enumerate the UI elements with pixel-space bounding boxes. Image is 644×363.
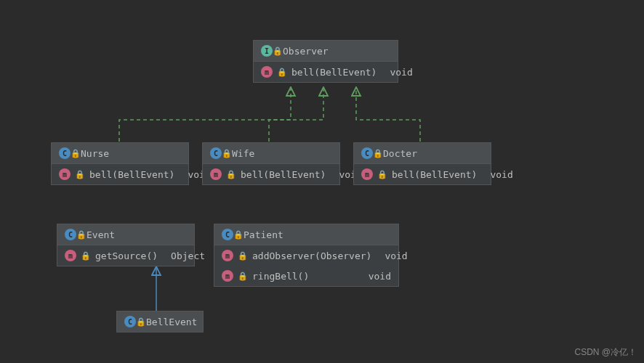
method-name: addObserver(Observer) [252,250,371,261]
method-icon: m [210,168,222,180]
lock-icon: 🔒 [226,170,236,179]
class-name: BellEvent [146,317,197,327]
class-icon: C [59,147,71,159]
method-icon: m [222,250,233,261]
lock-icon: 🔒 [81,251,91,261]
method-name: bell(BellEvent) [241,169,326,180]
interface-icon: I [261,45,273,57]
class-docter: C 🔒 Docter m 🔒 bell(BellEvent) void [353,142,491,185]
lock-icon: 🔒 [75,170,85,179]
class-wife: C 🔒 Wife m 🔒 bell(BellEvent) void [202,142,340,185]
lock-icon: 🔒 [233,230,243,240]
class-icon: C [65,229,76,240]
class-patient: C 🔒 Patient m 🔒 addObserver(Observer) vo… [214,224,399,287]
method-name: ringBell() [252,271,309,282]
method-icon: m [261,66,273,78]
class-icon: C [361,147,373,159]
class-name: Nurse [81,148,109,159]
lock-icon: 🔒 [273,46,283,56]
lock-icon: 🔒 [277,68,287,77]
class-name: Wife [232,148,254,159]
return-type: void [381,67,412,78]
method-name: bell(BellEvent) [392,169,477,180]
method-icon: m [361,168,373,180]
lock-icon: 🔒 [76,230,86,240]
class-bellevent: C 🔒 BellEvent [116,311,204,333]
lock-icon: 🔒 [373,149,383,158]
class-name: Event [86,229,115,240]
class-name: Docter [383,148,417,159]
lock-icon: 🔒 [222,149,232,158]
lock-icon: 🔒 [136,317,146,327]
return-type: void [360,271,391,282]
return-type: Object [162,250,205,261]
lock-icon: 🔒 [238,272,248,281]
class-icon: C [210,147,222,159]
lock-icon: 🔒 [377,170,387,179]
method-icon: m [59,168,71,180]
class-icon: C [222,229,233,240]
class-event: C 🔒 Event m 🔒 getSource() Object [57,224,195,266]
method-icon: m [65,250,76,261]
watermark: CSDN @冷亿！ [574,346,637,359]
class-observer: I 🔒 Observer m 🔒 bell(BellEvent) void [253,40,398,83]
class-icon: C [124,316,136,327]
method-name: getSource() [95,250,158,261]
return-type: void [376,250,407,261]
method-name: bell(BellEvent) [291,67,377,78]
return-type: void [481,169,512,180]
class-name: Observer [283,46,329,57]
lock-icon: 🔒 [238,251,248,261]
method-icon: m [222,270,233,282]
method-name: bell(BellEvent) [89,169,174,180]
lock-icon: 🔒 [71,149,81,158]
class-nurse: C 🔒 Nurse m 🔒 bell(BellEvent) void [51,142,189,185]
class-name: Patient [243,229,283,240]
